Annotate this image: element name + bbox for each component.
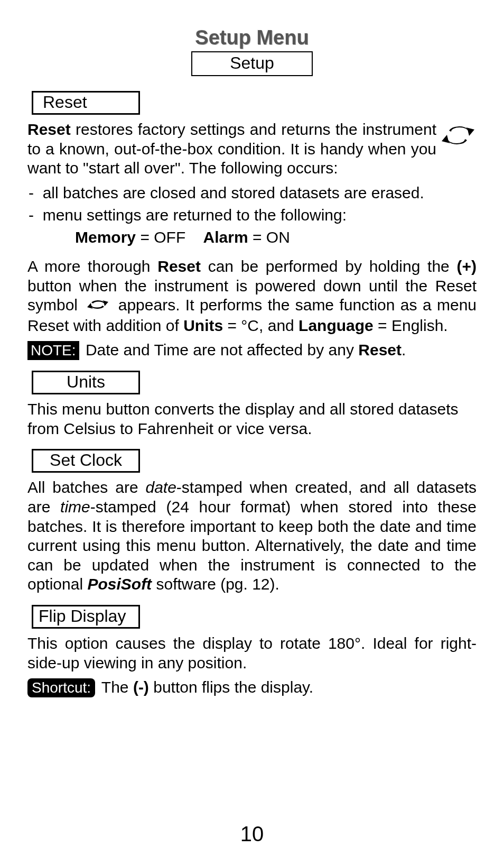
- menu-box-units: Units: [32, 371, 140, 394]
- reset-bullet-2: - menu settings are returned to the foll…: [27, 206, 477, 225]
- flip-paragraph: This option causes the display to rotate…: [27, 634, 477, 673]
- note-badge: NOTE:: [27, 341, 79, 360]
- units-bold: Units: [183, 317, 223, 334]
- bullet-text: menu settings are returned to the follow…: [43, 206, 347, 224]
- text: The: [97, 678, 133, 696]
- reset-paragraph-2: A more thorough Reset can be performed b…: [27, 257, 477, 335]
- text: software (pg. 12).: [152, 575, 279, 593]
- reset-bullet-1: - all batches are closed and stored data…: [27, 183, 477, 203]
- date-italic: date: [145, 478, 176, 496]
- text: can be performed by holding the: [201, 257, 457, 275]
- reset-paragraph-1: Reset restores factory settings and retu…: [27, 120, 477, 178]
- menu-box-setup: Setup: [191, 51, 313, 76]
- text: A more thorough: [27, 257, 157, 275]
- reset-icon: [86, 297, 109, 316]
- reset-settings-line: Memory = OFF Alarm = ON: [27, 228, 477, 246]
- reset-bold: Reset: [157, 257, 201, 275]
- menu-box-flip-display: Flip Display: [32, 605, 140, 629]
- memory-label: Memory: [75, 228, 136, 246]
- alarm-label: Alarm: [203, 228, 248, 246]
- note-text-end: .: [402, 341, 406, 358]
- reset-bold: Reset: [358, 341, 402, 358]
- page-number: 10: [0, 822, 504, 846]
- text: All batches are: [27, 478, 145, 496]
- note-line: NOTE: Date and Time are not affected by …: [27, 341, 477, 360]
- time-italic: time: [60, 498, 90, 516]
- reset-text: restores factory settings and returns th…: [27, 121, 436, 177]
- menu-box-set-clock: Set Clock: [32, 449, 140, 473]
- menu-box-reset: Reset: [32, 91, 140, 115]
- text: = °C, and: [223, 317, 298, 334]
- text: = English.: [374, 317, 448, 334]
- minus-button-ref: (-): [133, 678, 149, 696]
- reset-icon: [440, 122, 477, 153]
- posisoft-ref: PosiSoft: [87, 575, 152, 593]
- reset-bold: Reset: [27, 121, 71, 138]
- alarm-value: = ON: [248, 228, 290, 246]
- note-text: Date and Time are not affected by any: [81, 341, 359, 358]
- units-paragraph: This menu button converts the display an…: [27, 400, 477, 438]
- shortcut-line: Shortcut: The (-) button flips the displ…: [27, 678, 477, 697]
- bullet-text: all batches are closed and stored datase…: [43, 184, 424, 201]
- page-title: Setup Menu: [27, 26, 477, 49]
- clock-paragraph: All batches are date-stamped when create…: [27, 478, 477, 594]
- shortcut-badge: Shortcut:: [27, 678, 95, 697]
- plus-button-ref: (+): [457, 257, 477, 275]
- language-bold: Language: [298, 317, 374, 334]
- text: button flips the display.: [149, 678, 313, 696]
- memory-value: = OFF: [136, 228, 185, 246]
